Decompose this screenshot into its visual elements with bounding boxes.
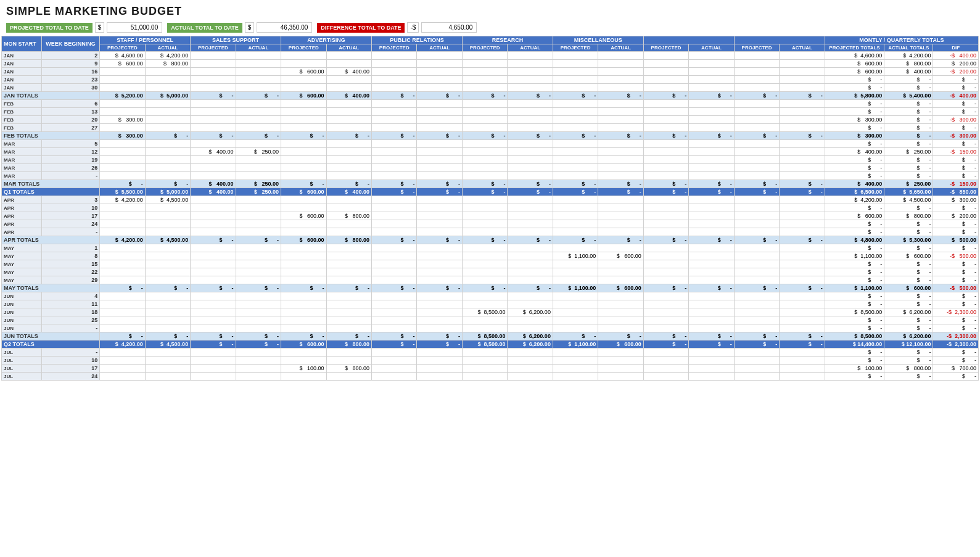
table-row: JAN 30 $ - $ - $ - bbox=[2, 84, 979, 92]
sales-header: SALES SUPPORT bbox=[191, 36, 281, 44]
table-row: JUN 18 $ 8,500.00 $ 6,200.00 $ 8,500.00 … bbox=[2, 308, 979, 316]
pr-proj-header: PROJECTED bbox=[372, 44, 417, 52]
difference-label: DIFFERENCE TOTAL TO DATE bbox=[317, 23, 405, 33]
c15-act-header: ACTUAL bbox=[780, 44, 825, 52]
table-row: MAY 1 $ - $ - $ - bbox=[2, 244, 979, 252]
week-header: WEEK BEGINNING bbox=[41, 36, 100, 52]
difference-dollar: -$ bbox=[407, 22, 419, 33]
week-cell: 2 bbox=[41, 52, 100, 60]
table-row: APR 10 $ - $ - $ - bbox=[2, 204, 979, 212]
pr-act-header: ACTUAL bbox=[417, 44, 462, 52]
summary-bar: PROJECTED TOTAL TO DATE $ 51,000.00 ACTU… bbox=[0, 20, 980, 35]
projected-value: 51,000.00 bbox=[107, 22, 162, 33]
projected-dollar: $ bbox=[95, 22, 105, 33]
table-row: APR - $ - $ - $ - bbox=[2, 228, 979, 236]
table-row: FEB 6 $ - $ - $ - bbox=[2, 100, 979, 108]
res-act-header: ACTUAL bbox=[508, 44, 553, 52]
table-row: MAR 19 $ - $ - $ - bbox=[2, 156, 979, 164]
mar-totals-row: MAR TOTALS $ - $ - $ 400.00 $ 250.00 $ -… bbox=[2, 180, 979, 188]
table-row: MAR 26 $ - $ - $ - bbox=[2, 164, 979, 172]
difference-summary: DIFFERENCE TOTAL TO DATE -$ 4,650.00 bbox=[317, 22, 477, 33]
table-row: JUN 11 $ - $ - $ - bbox=[2, 300, 979, 308]
may-totals-row: MAY TOTALS $ - $ - $ - $ - $ - $ - $ - $… bbox=[2, 284, 979, 292]
projected-label: PROJECTED TOTAL TO DATE bbox=[6, 23, 93, 33]
c15-proj-header: PROJECTED bbox=[734, 44, 779, 52]
header-row-1: MON START WEEK BEGINNING STAFF / PERSONN… bbox=[2, 36, 979, 44]
table-row: JUN - $ - $ - $ - bbox=[2, 324, 979, 332]
adv-proj-header: PROJECTED bbox=[281, 44, 326, 52]
table-row: JUN 4 $ - $ - $ - bbox=[2, 292, 979, 300]
sales-act-header: ACTUAL bbox=[236, 44, 281, 52]
page-title: SIMPLE MARKETING BUDGET bbox=[0, 0, 980, 20]
projected-summary: PROJECTED TOTAL TO DATE $ 51,000.00 bbox=[6, 22, 162, 33]
res-proj-header: PROJECTED bbox=[462, 44, 507, 52]
month-cell: JAN bbox=[2, 60, 42, 68]
month-cell: JAN bbox=[2, 52, 42, 60]
actual-summary: ACTUAL TOTAL TO DATE $ 46,350.00 bbox=[167, 22, 312, 33]
staff-header: STAFF / PERSONNEL bbox=[100, 36, 191, 44]
feb-totals-row: FEB TOTALS $ 300.00 $ - $ - $ - $ - $ - … bbox=[2, 132, 979, 140]
monthly-act-header: ACTUAL TOTALS bbox=[884, 44, 933, 52]
budget-table: MON START WEEK BEGINNING STAFF / PERSONN… bbox=[1, 36, 979, 381]
header-row-2: PROJECTED ACTUAL PROJECTED ACTUAL PROJEC… bbox=[2, 44, 979, 52]
monthly-dif-header: DIF bbox=[933, 44, 979, 52]
advertising-header: ADVERTISING bbox=[281, 36, 372, 44]
q1-totals-row: Q1 TOTALS $ 5,500.00 $ 5,000.00 $ 400.00… bbox=[2, 188, 979, 196]
table-row: APR 24 $ - $ - $ - bbox=[2, 220, 979, 228]
actual-dollar: $ bbox=[245, 22, 255, 33]
col13-header bbox=[643, 36, 734, 44]
misc-proj-header: PROJECTED bbox=[553, 44, 598, 52]
table-row: JAN 16 $ 600.00 $ 400.00 $ 600.00 $ 400.… bbox=[2, 68, 979, 76]
table-row: JAN 23 $ - $ - $ - bbox=[2, 76, 979, 84]
q2-totals-row: Q2 TOTALS $ 4,200.00 $ 4,500.00 $ - $ - … bbox=[2, 340, 979, 349]
table-row: JUL - $ - $ - $ - bbox=[2, 349, 979, 357]
jun-totals-row: JUN TOTALS $ - $ - $ - $ - $ - $ - $ - $… bbox=[2, 332, 979, 340]
month-cell: JAN bbox=[2, 84, 42, 92]
c13-proj-header: PROJECTED bbox=[643, 44, 688, 52]
table-row: APR 17 $ 600.00 $ 800.00 $ 600.00 $ 800.… bbox=[2, 212, 979, 220]
pr-header: PUBLIC RELATIONS bbox=[372, 36, 463, 44]
table-row: MAR 12 $ 400.00 $ 250.00 $ 400.00 $ 250.… bbox=[2, 148, 979, 156]
table-row: MAY 8 $ 1,100.00 $ 600.00 $ 1,100.00 $ 6… bbox=[2, 252, 979, 260]
monthly-header: MONTLY / QUARTERLY TOTALS bbox=[825, 36, 978, 44]
table-row: JAN 9 $ 600.00 $ 800.00 $ 600.00 $ 800.0… bbox=[2, 60, 979, 68]
col15-header bbox=[734, 36, 825, 44]
c13-act-header: ACTUAL bbox=[689, 44, 734, 52]
table-row: JUL 17 $ 100.00 $ 800.00 $ 100.00 $ 800.… bbox=[2, 365, 979, 373]
research-header: RESEARCH bbox=[462, 36, 553, 44]
table-row: MAR - $ - $ - $ - bbox=[2, 172, 979, 180]
sales-proj-header: PROJECTED bbox=[191, 44, 236, 52]
cell: $ 4,600.00 bbox=[100, 52, 145, 60]
mon-start-header: MON START bbox=[2, 36, 42, 52]
table-row: MAY 29 $ - $ - $ - bbox=[2, 276, 979, 284]
apr-totals-row: APR TOTALS $ 4,200.00 $ 4,500.00 $ - $ -… bbox=[2, 236, 979, 244]
table-row: MAR 5 $ - $ - $ - bbox=[2, 140, 979, 148]
table-row: MAY 15 $ - $ - $ - bbox=[2, 260, 979, 268]
cell: $ 4,200.00 bbox=[145, 52, 190, 60]
table-row: JAN 2 $ 4,600.00 $ 4,200.00 $ 4,600.00 $… bbox=[2, 52, 979, 60]
table-row: JUL 10 $ - $ - $ - bbox=[2, 357, 979, 365]
table-row: JUL 24 $ - $ - $ - bbox=[2, 373, 979, 381]
table-row: JUN 25 $ - $ - $ - bbox=[2, 316, 979, 324]
monthly-proj-header: PROJECTED TOTALS bbox=[825, 44, 884, 52]
table-row: MAY 22 $ - $ - $ - bbox=[2, 268, 979, 276]
misc-act-header: ACTUAL bbox=[598, 44, 643, 52]
misc-header: MISCELLANEOUS bbox=[553, 36, 643, 44]
jan-totals-row: JAN TOTALS $ 5,200.00 $ 5,000.00 $ - $ -… bbox=[2, 92, 979, 100]
table-row: FEB 27 $ - $ - $ - bbox=[2, 124, 979, 132]
difference-value: 4,650.00 bbox=[421, 22, 477, 33]
month-cell: JAN bbox=[2, 68, 42, 76]
table-row: FEB 13 $ - $ - $ - bbox=[2, 108, 979, 116]
adv-act-header: ACTUAL bbox=[326, 44, 371, 52]
month-cell: JAN bbox=[2, 76, 42, 84]
actual-label: ACTUAL TOTAL TO DATE bbox=[167, 23, 242, 33]
actual-value: 46,350.00 bbox=[257, 22, 312, 33]
table-row: FEB 20 $ 300.00 $ 300.00 $ - -$ 300.00 bbox=[2, 116, 979, 124]
staff-proj-header: PROJECTED bbox=[100, 44, 145, 52]
staff-act-header: ACTUAL bbox=[145, 44, 190, 52]
table-row: APR 3 $ 4,200.00 $ 4,500.00 $ 4,200.00 $… bbox=[2, 196, 979, 204]
